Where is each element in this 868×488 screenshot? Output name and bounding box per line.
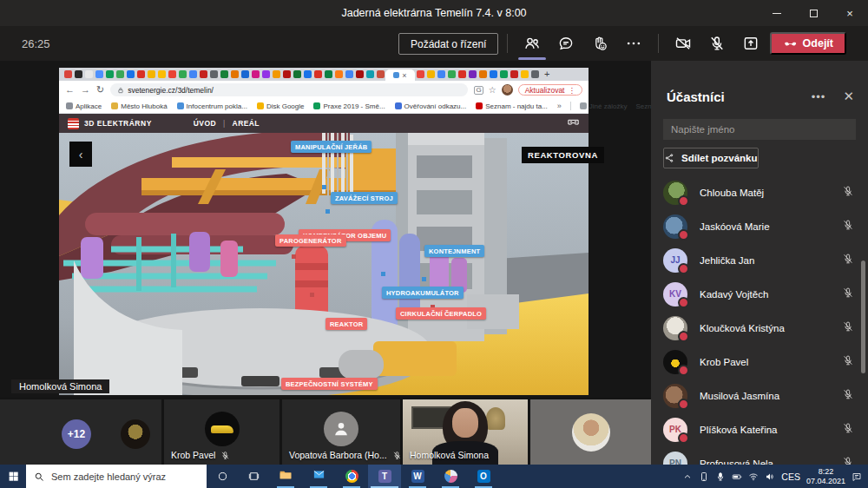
bookmark-item[interactable]: Aplikace [66,102,102,110]
active-browser-tab[interactable]: × [385,69,415,81]
other-bookmarks[interactable]: Jiné záložky [580,102,628,110]
browser-tab-favicon[interactable] [510,70,518,78]
browser-menu-icon[interactable]: ⋮ [569,86,576,95]
nav-uvod[interactable]: ÚVOD [194,119,216,128]
bookmark-item[interactable]: Ověřování odkazu... [395,102,467,110]
participant-row[interactable]: Chlouba Matěj [651,175,868,209]
browser-tab-favicon[interactable] [314,70,322,78]
overflow-participants-tile[interactable]: +12 [0,399,161,465]
participant-row[interactable]: PN Profousová Nela [651,446,868,465]
browser-tab-favicon[interactable] [231,70,239,78]
chat-button[interactable] [556,34,575,53]
tray-speaker-icon[interactable] [765,472,775,482]
browser-tab-favicon[interactable] [127,70,135,78]
browser-tab-favicon[interactable] [531,70,539,78]
browser-tab-favicon[interactable] [366,70,374,78]
bookmark-item[interactable]: Praxe 2019 - Smě... [313,102,385,110]
browser-tab-favicon[interactable] [148,70,155,78]
taskbar-outlook[interactable]: O [467,465,500,488]
browser-tab-favicon[interactable] [95,70,103,78]
3d-viewport[interactable] [59,133,589,395]
vr-goggles-icon[interactable] [567,115,580,132]
taskbar-clock[interactable]: 8:22 07.04.2021 [806,467,845,486]
browser-tab-favicon[interactable] [179,70,187,78]
language-indicator[interactable]: CES [781,472,800,482]
leave-button[interactable]: Odejít [770,32,846,55]
browser-tab-favicon[interactable] [262,70,270,78]
cortana-button[interactable] [207,465,238,488]
participant-row[interactable]: Kloučková Kristýna [651,311,868,345]
bookmark-star-icon[interactable]: ☆ [489,86,496,95]
video-tile-homolkova-simona[interactable]: Homolková Simona [403,399,528,465]
share-invite-button[interactable]: Sdílet pozvánku [663,148,759,168]
browser-tab-favicon[interactable] [500,70,508,78]
reload-icon[interactable]: ↻ [96,85,104,95]
close-button[interactable]: × [832,0,868,26]
browser-profile-avatar[interactable] [502,84,513,96]
participant-row[interactable]: Musilová Jasmína [651,379,868,412]
taskbar-chrome[interactable] [335,465,368,488]
action-center-icon[interactable] [852,472,862,482]
taskbar-paint3d[interactable] [434,465,467,488]
browser-tab-favicon[interactable] [220,70,228,78]
participant-row[interactable]: JJ Jehlička Jan [651,243,868,277]
share-screen-button[interactable] [741,34,760,53]
request-control-button[interactable]: Požádat o řízení [398,33,498,55]
restore-button[interactable] [795,0,832,26]
browser-tab-favicon[interactable] [521,70,529,78]
taskbar-search[interactable]: Sem zadejte hledaný výraz [26,465,207,488]
browser-tab-favicon[interactable] [437,70,445,78]
browser-tab-favicon[interactable] [241,70,249,78]
browser-tab-favicon[interactable] [137,70,145,78]
camera-toggle-button[interactable] [674,34,693,53]
tray-phone-icon[interactable] [699,472,709,482]
bookmarks-overflow-icon[interactable]: » [557,102,562,110]
browser-tab-favicon[interactable] [469,70,477,78]
bookmark-item[interactable]: Infocentrum pokla... [177,102,247,110]
video-tile-krob-pavel[interactable]: Krob Pavel [164,399,279,465]
browser-tab-favicon[interactable] [85,70,93,78]
participant-row[interactable]: KV Kadavý Vojtěch [651,277,868,311]
video-tile-avatar-only[interactable] [530,399,651,465]
taskbar-word[interactable]: W [401,465,434,488]
browser-tab-favicon[interactable] [106,70,114,78]
reactions-button[interactable] [590,34,609,53]
browser-tab-favicon[interactable] [273,70,280,78]
browser-tab-favicon[interactable] [168,70,176,78]
nav-areal[interactable]: AREÁL [233,119,260,128]
tray-mic-icon[interactable] [715,472,726,482]
minimize-button[interactable] [759,0,795,26]
browser-tab-favicon[interactable] [200,70,207,78]
participants-button[interactable] [523,34,542,53]
browser-tab-favicon[interactable] [325,70,332,78]
forward-arrow-icon[interactable]: → [81,85,90,95]
browser-tab-favicon[interactable] [64,70,72,78]
browser-tab-favicon[interactable] [448,70,456,78]
bookmark-item[interactable]: Seznam - najdu ta... [476,102,548,110]
participant-row[interactable]: Krob Pavel [651,345,868,379]
browser-tab-favicon[interactable] [158,70,166,78]
participant-row[interactable]: PK Plíšková Kateřina [651,412,868,446]
translate-icon[interactable]: G [474,86,483,95]
start-button[interactable] [0,465,26,488]
taskbar-teams[interactable]: T [368,465,401,488]
browser-tab-favicon[interactable] [75,70,82,78]
browser-tab-favicon[interactable] [345,70,353,78]
participant-row[interactable]: Jaskóová Marie [651,209,868,243]
scene-back-button[interactable]: ‹ [69,142,92,167]
browser-tab-favicon[interactable] [479,70,487,78]
browser-tab-favicon[interactable] [490,70,497,78]
new-tab-button[interactable]: + [544,69,549,79]
taskbar-file-explorer[interactable] [269,465,302,488]
browser-tab-favicon[interactable] [335,70,343,78]
browser-tab-favicon[interactable] [417,70,424,78]
taskbar-mail[interactable] [302,465,335,488]
browser-tab-favicon[interactable] [377,70,385,78]
browser-tab-favicon[interactable] [304,70,312,78]
back-arrow-icon[interactable]: ← [65,85,75,95]
participants-scrollbar[interactable] [861,260,865,373]
panel-close-icon[interactable]: ✕ [843,89,854,104]
video-tile-vopatova-barbora[interactable]: Vopatová Barbora (Ho... [282,399,400,465]
browser-tab-favicon[interactable] [210,70,218,78]
task-view-button[interactable] [238,465,269,488]
